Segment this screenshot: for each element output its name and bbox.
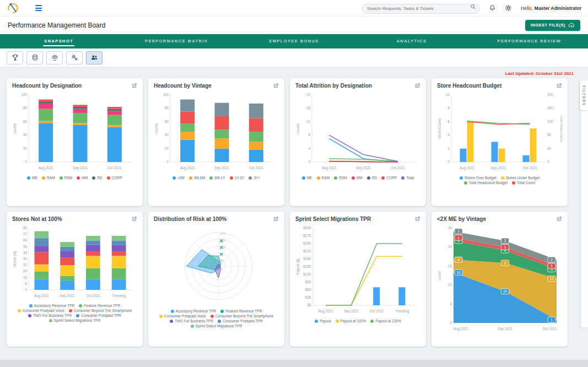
- svg-text:16: 16: [306, 106, 311, 110]
- svg-text:0: 0: [450, 321, 452, 325]
- legend-item[interactable]: Payout at 100%: [336, 319, 366, 323]
- search-icon: [470, 4, 476, 10]
- svg-text:Oct 2021: Oct 2021: [86, 294, 100, 298]
- legend-item[interactable]: Payout: [315, 319, 331, 323]
- legend: <3M3M-6M6M-1Y1Y-3Y3Y+: [154, 176, 279, 180]
- svg-text:1: 1: [504, 245, 506, 249]
- card-stores-not-at-100: Stores Not at 100% 08162432404856647280S…: [7, 212, 143, 347]
- legend-item[interactable]: Consumer Beyond The Smartphone: [211, 314, 273, 318]
- svg-text:20K: 20K: [220, 232, 226, 235]
- tab-employee-bonus[interactable]: EMPLOYEE BONUS: [235, 34, 353, 48]
- coins-view-button[interactable]: [26, 51, 43, 64]
- svg-text:$6K: $6K: [305, 288, 312, 292]
- chart-stores-not-at-100: 08162432404856647280Stores (N)Aug 2021Se…: [12, 224, 137, 303]
- legend-item[interactable]: RSM: [60, 176, 73, 180]
- legend-item[interactable]: Accessory Revenue TPR: [171, 309, 217, 313]
- svg-text:1: 1: [457, 236, 460, 240]
- legend-item[interactable]: 3M-6M: [189, 176, 206, 180]
- chart-total-attrition: 048121620countsAug 2021Sep 2021Oct 2021: [295, 90, 420, 175]
- trophy-view-button[interactable]: [7, 51, 23, 64]
- svg-text:4: 4: [308, 147, 310, 150]
- gears-icon: [71, 54, 78, 61]
- app-root: Hello,Master Administrator Performance M…: [0, 0, 588, 367]
- svg-text:Trending: Trending: [396, 309, 409, 314]
- svg-text:Aug 2021: Aug 2021: [454, 327, 468, 331]
- legend-item[interactable]: CORP: [381, 176, 397, 180]
- tab-analytics[interactable]: ANALYTICS: [353, 34, 470, 48]
- settings-gear-icon[interactable]: [505, 4, 512, 12]
- tab-snapshot[interactable]: SNAPSHOT: [0, 34, 117, 48]
- search-input[interactable]: [362, 4, 480, 14]
- svg-text:Oct 2021: Oct 2021: [370, 309, 384, 313]
- svg-text:Sep 2021: Sep 2021: [491, 166, 506, 170]
- legend-item[interactable]: TMO For Business TPR: [28, 314, 72, 317]
- expand-icon[interactable]: [273, 216, 279, 222]
- legend-item[interactable]: Consumer Postpaid TPR: [218, 319, 263, 323]
- svg-text:Oct 2021: Oct 2021: [523, 166, 537, 170]
- menu-toggle-icon[interactable]: [35, 5, 42, 11]
- scale-view-button[interactable]: [46, 51, 63, 64]
- people-view-button[interactable]: [86, 51, 103, 64]
- chart-distribution-of-risk: 4K8K12K16K20K: [154, 224, 279, 309]
- card-title: Stores Not at 100%: [12, 216, 62, 223]
- legend-item[interactable]: Feature Revenue TPR: [220, 309, 262, 313]
- ingest-files-button[interactable]: INGEST FILE(S): [525, 20, 580, 31]
- legend-item[interactable]: Accessory Revenue TPR: [29, 304, 75, 307]
- expand-icon[interactable]: [556, 216, 562, 222]
- legend-item[interactable]: Consumer Postpaid Voice: [159, 314, 206, 318]
- legend-item[interactable]: 6M-1Y: [209, 176, 225, 180]
- legend-item[interactable]: RD: [92, 176, 103, 180]
- svg-text:Trending: Trending: [112, 294, 126, 298]
- svg-text:72: 72: [23, 232, 28, 236]
- legend-item[interactable]: CORP: [107, 176, 122, 180]
- expand-icon[interactable]: [131, 83, 137, 89]
- svg-text:counts: counts: [154, 123, 158, 134]
- expand-icon[interactable]: [414, 216, 420, 222]
- legend-item[interactable]: Consumer Postpaid Voice: [18, 309, 64, 312]
- legend-item[interactable]: TMO For Business TPR: [170, 319, 213, 323]
- tab-performance-review[interactable]: PERFORMANCE REVIEW: [471, 34, 588, 48]
- notifications-bell-icon[interactable]: [489, 4, 496, 12]
- legend-item[interactable]: 1Y-3Y: [230, 176, 245, 180]
- legend-item[interactable]: Total: [401, 176, 414, 180]
- legend-item[interactable]: RSM: [334, 176, 347, 180]
- legend-item[interactable]: RD: [367, 176, 377, 180]
- user-greeting[interactable]: Hello,Master Administrator: [521, 6, 581, 11]
- filters-tab[interactable]: FILTERS: [580, 82, 588, 110]
- legend-item[interactable]: Stores Under Budget: [501, 176, 540, 180]
- legend-item[interactable]: Stores Over Budget: [460, 176, 497, 180]
- svg-text:64: 64: [23, 238, 28, 242]
- legend-item[interactable]: Payout at 125%: [370, 319, 401, 323]
- legend-item[interactable]: MM: [352, 176, 363, 180]
- card-title: Store Headcount Budget: [437, 83, 501, 89]
- svg-text:Oct 2021: Oct 2021: [107, 166, 122, 170]
- legend-item[interactable]: MM: [77, 176, 88, 180]
- legend-item[interactable]: Total Headcount Budget: [464, 181, 508, 185]
- legend-item[interactable]: ME: [27, 176, 37, 180]
- svg-text:2: 2: [457, 229, 460, 233]
- svg-text:100: 100: [21, 93, 27, 96]
- legend-item[interactable]: 3Y+: [249, 176, 260, 180]
- expand-icon[interactable]: [414, 83, 420, 89]
- svg-text:80: 80: [23, 226, 28, 230]
- expand-icon[interactable]: [131, 216, 137, 222]
- legend-item[interactable]: Sprint Select Migrations TPR: [49, 319, 101, 322]
- svg-text:16: 16: [456, 271, 461, 274]
- svg-text:4: 4: [457, 258, 460, 262]
- legend-item[interactable]: Consumer Beyond The Smartphone: [69, 309, 132, 312]
- expand-icon[interactable]: [556, 83, 562, 89]
- svg-text:48: 48: [23, 251, 28, 255]
- expand-icon[interactable]: [273, 83, 279, 89]
- card-total-attrition: Total Attrition by Designation 048121620…: [290, 78, 426, 206]
- legend-item[interactable]: Feature Revenue TPR: [79, 304, 120, 307]
- legend-item[interactable]: RAM: [317, 176, 330, 180]
- legend-item[interactable]: Consumer Postpaid TPR: [76, 314, 121, 317]
- svg-text:13: 13: [549, 277, 554, 280]
- legend-item[interactable]: RAM: [42, 176, 55, 180]
- legend-item[interactable]: Total Count: [512, 181, 535, 185]
- legend-item[interactable]: Sprint Select Migrations TPR: [191, 324, 242, 328]
- gears-view-button[interactable]: [66, 51, 83, 64]
- legend-item[interactable]: <3M: [172, 176, 185, 180]
- legend-item[interactable]: ME: [302, 176, 312, 180]
- tab-performance-matrix[interactable]: PERFORMANCE MATRIX: [117, 34, 235, 48]
